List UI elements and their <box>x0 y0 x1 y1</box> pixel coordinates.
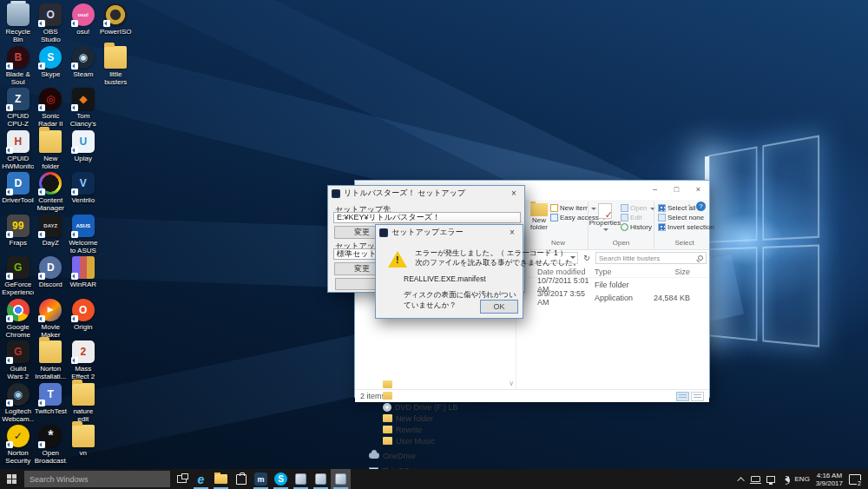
easy-access-icon <box>550 214 558 221</box>
history-button[interactable]: History <box>621 223 655 231</box>
sonic-radar-icon: ◎ <box>39 88 62 110</box>
cpuz-icon: Z <box>7 88 30 110</box>
desktop-icon-poweriso[interactable]: PowerISO <box>100 3 133 46</box>
select-none-button[interactable]: Select none <box>658 214 714 221</box>
desktop-icon-skype[interactable]: SSkype <box>35 46 68 89</box>
desktop-icon-new-folder[interactable]: New folder <box>35 130 68 173</box>
desktop-icon-discord[interactable]: DDiscord <box>35 256 68 299</box>
column-date-modified[interactable]: Date modified <box>537 268 595 276</box>
details-view-button[interactable] <box>676 392 689 401</box>
start-button[interactable] <box>0 469 23 489</box>
tray-overflow-icon[interactable] <box>737 477 744 484</box>
explorer-search-input[interactable] <box>599 254 696 262</box>
close-icon[interactable]: × <box>505 228 519 237</box>
taskbar-skype[interactable]: S <box>271 469 291 489</box>
tree-item-hidden-2[interactable] <box>355 390 516 401</box>
desktop-icon-winrar[interactable]: WinRAR <box>67 256 100 299</box>
desktop-icon-blade-and-soul[interactable]: BBlade & Soul <box>2 46 35 89</box>
desktop-icon-asus-welcome[interactable]: ASUSWelcome to ASUS Prod... <box>67 215 100 257</box>
desktop-icon-obs-studio[interactable]: OOBS Studio <box>35 3 68 46</box>
file-explorer-icon <box>214 474 227 484</box>
desktop-icon-recycle-bin[interactable]: Recycle Bin <box>2 3 35 46</box>
desktop-icon-mass-effect-2[interactable]: 2Mass Effect 2 <box>67 340 100 383</box>
logitech-webcam-icon: ◉ <box>7 383 30 406</box>
setup-dialog-titlebar: リトルバスターズ！ セットアップ × <box>328 186 524 201</box>
nature-edit-folder-icon <box>72 383 95 406</box>
discord-icon: D <box>39 256 62 279</box>
tree-item-hidden-1[interactable] <box>355 379 516 390</box>
desktop-icon-geforce-experience[interactable]: GGeForce Experience <box>2 256 35 299</box>
desktop-icon-movie-maker[interactable]: ▶Movie Maker <box>35 299 68 341</box>
tree-item-user-music[interactable]: User Music <box>355 435 516 446</box>
file-row[interactable]: 3/9/2017 3:55 AM Application 24,584 KB <box>516 291 709 304</box>
windows-logo-icon <box>7 474 16 484</box>
desktop-icon-fraps[interactable]: 99Fraps <box>2 215 35 257</box>
desktop-icon-steam[interactable]: ◉Steam <box>67 46 100 89</box>
desktop-icon-open-broadcaster[interactable]: *Open Broadcast... <box>35 425 68 467</box>
tree-item-onedrive[interactable]: OneDrive <box>355 450 516 461</box>
desktop-icon-origin[interactable]: OOrigin <box>67 299 100 341</box>
select-all-button[interactable]: Select all <box>658 204 714 212</box>
desktop-icon-ventrilo[interactable]: VVentrilo <box>67 172 100 215</box>
language-indicator[interactable]: ENG <box>795 475 810 483</box>
taskbar-app-2[interactable] <box>311 469 331 489</box>
action-center-icon[interactable]: 2 <box>849 474 861 485</box>
taskbar-mail[interactable]: m <box>251 469 271 489</box>
open-broadcaster-icon: * <box>39 425 62 447</box>
column-type[interactable]: Type <box>595 268 647 276</box>
desktop-icon-hwmonitor[interactable]: HCPUID HWMonitor <box>2 130 35 173</box>
desktop-icon-nature-edit[interactable]: nature edit <box>67 383 100 426</box>
desktop-icon-norton-installation[interactable]: Norton Installati... <box>35 340 68 383</box>
open-button[interactable]: Open <box>621 204 655 212</box>
task-view-button[interactable] <box>172 469 191 489</box>
network-icon[interactable] <box>766 476 775 483</box>
tree-item-dvd-drive[interactable]: DVD Drive (F:) LB <box>355 401 516 413</box>
new-folder-button[interactable]: New folder <box>530 202 548 239</box>
taskbar-file-explorer[interactable] <box>211 469 231 489</box>
desktop-icon-logitech-webcam[interactable]: ◉Logitech Webcam... <box>2 383 35 426</box>
minimize-button[interactable]: – <box>644 181 666 197</box>
content-manager-icon <box>39 172 62 195</box>
desktop-icon-osu[interactable]: osu!osu! <box>67 3 100 46</box>
desktop-icon-drivertoolkit[interactable]: DDriverToolkit <box>2 172 35 215</box>
close-button[interactable]: × <box>687 181 709 197</box>
desktop-icon-dayz[interactable]: DAYZDayZ <box>35 215 68 257</box>
tree-item-rewrite[interactable]: Rewrite <box>355 424 516 435</box>
properties-button[interactable]: Properties <box>592 202 618 239</box>
setup-destination-field[interactable]: E:¥KEY¥リトルバスターズ！ <box>333 212 521 223</box>
desktop-icon-content-manager[interactable]: Content Manager As... <box>35 172 68 215</box>
column-size[interactable]: Size <box>647 268 695 276</box>
taskbar-search-input[interactable] <box>30 475 165 484</box>
desktop-icon-chrome[interactable]: Google Chrome <box>2 299 35 341</box>
dayz-icon: DAYZ <box>39 215 62 237</box>
device-icon[interactable] <box>751 476 760 482</box>
refresh-button[interactable]: ↻ <box>581 252 593 264</box>
desktop-icon-the-division[interactable]: ◆Tom Clancy's The Division <box>67 88 100 130</box>
desktop-icon-cpuz[interactable]: ZCPUID CPU-Z <box>2 88 35 130</box>
desktop-icon-sonic-radar[interactable]: ◎Sonic Radar II <box>35 88 68 130</box>
explorer-search-box[interactable] <box>595 252 707 264</box>
ok-button[interactable]: OK <box>480 300 518 314</box>
taskbar-search-box[interactable] <box>24 471 170 487</box>
taskbar-store[interactable] <box>231 469 251 489</box>
invert-selection-button[interactable]: Invert selection <box>658 223 714 231</box>
desktop-icon-twitchtest[interactable]: TTwitchTest <box>35 383 68 426</box>
maximize-button[interactable]: □ <box>666 181 687 197</box>
tree-item-new-folder[interactable]: New folder <box>355 413 516 424</box>
taskbar-setup-active[interactable] <box>331 469 351 489</box>
desktop-icon-vn[interactable]: vn <box>67 425 100 467</box>
taskbar-app-1[interactable] <box>291 469 311 489</box>
tree-scroll-down-icon[interactable]: ∨ <box>509 380 514 387</box>
volume-icon[interactable] <box>781 476 789 483</box>
desktop-icon-norton-security[interactable]: ✓Norton Security <box>2 425 35 467</box>
thumbnail-view-button[interactable] <box>691 392 704 401</box>
edit-button[interactable]: Edit <box>621 214 655 221</box>
taskbar-edge[interactable]: e <box>191 469 211 489</box>
desktop-icon-guild-wars-2[interactable]: GGuild Wars 2 <box>2 340 35 383</box>
invert-selection-icon <box>658 223 666 231</box>
folder-icon <box>383 437 392 445</box>
close-icon[interactable]: × <box>507 188 521 198</box>
desktop-icon-uplay[interactable]: UUplay <box>67 130 100 173</box>
desktop-icon-little-busters[interactable]: little busters <box>100 46 133 89</box>
taskbar-clock[interactable]: 4:16 AM 3/9/2017 <box>816 472 843 487</box>
